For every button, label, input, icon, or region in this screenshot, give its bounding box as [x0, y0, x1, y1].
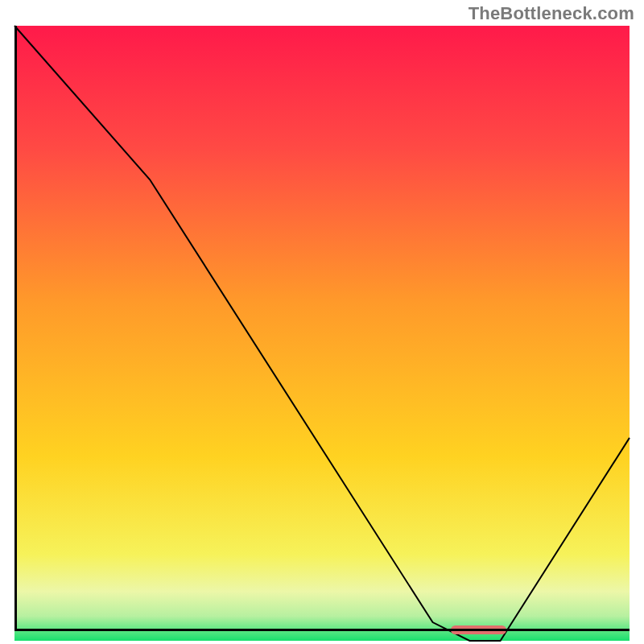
chart-container: TheBottleneck.com: [0, 0, 644, 644]
bottleneck-curve: [14, 26, 630, 641]
watermark-text: TheBottleneck.com: [469, 3, 634, 24]
y-axis-line: [14, 26, 17, 631]
x-axis-line: [14, 629, 630, 631]
plot-area: [14, 26, 630, 631]
